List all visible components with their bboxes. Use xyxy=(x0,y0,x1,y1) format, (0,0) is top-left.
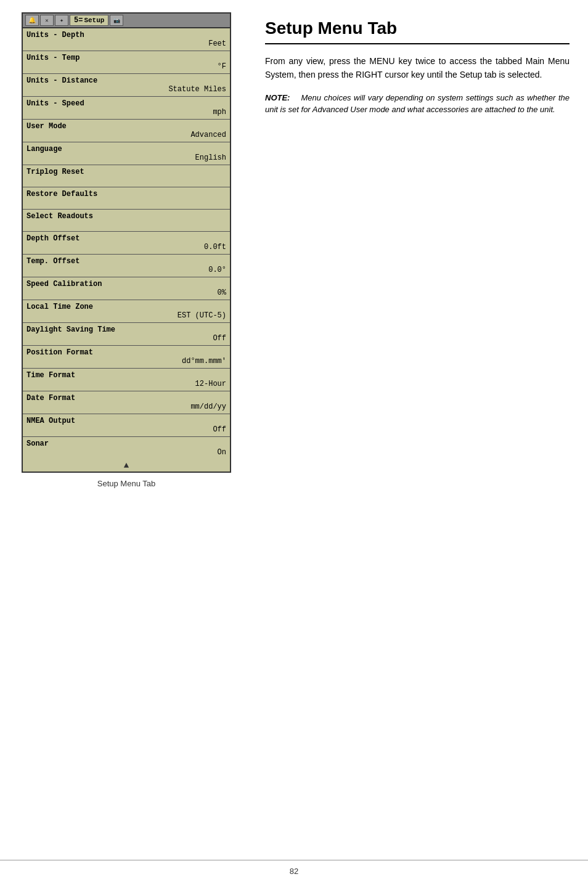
units-temp-value: °F xyxy=(27,62,226,71)
language-label: Language xyxy=(27,145,226,153)
menu-item-user-mode[interactable]: User Mode Advanced xyxy=(23,120,230,142)
device-screen: 🔔 ✕ ✦ 5= Setup 📷 Units - Depth Feet Unit… xyxy=(22,12,231,473)
menu-item-units-temp[interactable]: Units - Temp °F xyxy=(23,51,230,74)
menu-item-temp-offset[interactable]: Temp. Offset 0.0° xyxy=(23,255,230,277)
temp-offset-label: Temp. Offset xyxy=(27,257,226,266)
time-format-value: 12-Hour xyxy=(27,380,226,388)
menu-item-time-format[interactable]: Time Format 12-Hour xyxy=(23,369,230,391)
note-body: Menu choices will vary depending on syst… xyxy=(265,93,570,115)
alarm-icon[interactable]: 🔔 xyxy=(25,15,39,26)
units-speed-label: Units - Speed xyxy=(27,99,226,108)
units-distance-value: Statute Miles xyxy=(27,85,226,94)
menu-item-restore-defaults[interactable]: Restore Defaults xyxy=(23,187,230,210)
menu-item-daylight-saving[interactable]: Daylight Saving Time Off xyxy=(23,323,230,346)
menu-item-sonar[interactable]: Sonar On xyxy=(23,437,230,459)
menu-item-triplog-reset[interactable]: Triplog Reset xyxy=(23,165,230,187)
daylight-saving-label: Daylight Saving Time xyxy=(27,325,226,334)
language-value: English xyxy=(27,153,226,162)
sonar-value: On xyxy=(27,448,226,457)
page-footer: 82 xyxy=(0,860,588,882)
position-format-label: Position Format xyxy=(27,348,226,357)
menu-item-depth-offset[interactable]: Depth Offset 0.0ft xyxy=(23,232,230,255)
main-description: From any view, press the MENU key twice … xyxy=(265,54,570,82)
star-icon[interactable]: ✦ xyxy=(55,15,68,26)
nmea-output-label: NMEA Output xyxy=(27,417,226,425)
user-mode-value: Advanced xyxy=(27,131,226,139)
units-depth-value: Feet xyxy=(27,39,226,48)
triplog-reset-label: Triplog Reset xyxy=(27,168,226,176)
position-format-value: dd°mm.mmm' xyxy=(27,357,226,365)
camera-icon[interactable]: 📷 xyxy=(110,15,123,26)
menu-item-speed-calibration[interactable]: Speed Calibration 0% xyxy=(23,277,230,300)
menu-item-units-speed[interactable]: Units - Speed mph xyxy=(23,97,230,120)
time-format-label: Time Format xyxy=(27,371,226,380)
user-mode-label: User Mode xyxy=(27,122,226,131)
menu-item-language[interactable]: Language English xyxy=(23,142,230,165)
sonar-label: Sonar xyxy=(27,439,226,448)
device-caption: Setup Menu Tab xyxy=(97,479,155,488)
page-title: Setup Menu Tab xyxy=(265,18,570,44)
menu-item-local-time-zone[interactable]: Local Time Zone EST (UTC-5) xyxy=(23,300,230,323)
units-speed-value: mph xyxy=(27,108,226,116)
scroll-down-indicator[interactable]: ▲ xyxy=(23,459,230,472)
left-panel: 🔔 ✕ ✦ 5= Setup 📷 Units - Depth Feet Unit… xyxy=(12,12,240,847)
menu-item-position-format[interactable]: Position Format dd°mm.mmm' xyxy=(23,346,230,369)
units-distance-label: Units - Distance xyxy=(27,76,226,85)
date-format-value: mm/dd/yy xyxy=(27,402,226,411)
local-time-zone-value: EST (UTC-5) xyxy=(27,311,226,320)
temp-offset-value: 0.0° xyxy=(27,266,226,274)
note-paragraph: NOTE: Menu choices will vary depending o… xyxy=(265,92,570,116)
close-icon[interactable]: ✕ xyxy=(40,15,54,26)
restore-defaults-label: Restore Defaults xyxy=(27,190,226,198)
menu-list: Units - Depth Feet Units - Temp °F Units… xyxy=(23,28,230,472)
menu-item-date-format[interactable]: Date Format mm/dd/yy xyxy=(23,391,230,414)
daylight-saving-value: Off xyxy=(27,334,226,343)
date-format-label: Date Format xyxy=(27,394,226,402)
note-label: NOTE: xyxy=(265,93,290,102)
tab-bar: 🔔 ✕ ✦ 5= Setup 📷 xyxy=(23,14,230,28)
speed-calibration-label: Speed Calibration xyxy=(27,280,226,288)
menu-item-units-distance[interactable]: Units - Distance Statute Miles xyxy=(23,74,230,97)
units-temp-label: Units - Temp xyxy=(27,54,226,62)
menu-item-select-readouts[interactable]: Select Readouts xyxy=(23,210,230,232)
units-depth-label: Units - Depth xyxy=(27,31,226,39)
setup-tab[interactable]: 5= Setup xyxy=(70,15,108,26)
speed-calibration-value: 0% xyxy=(27,288,226,297)
depth-offset-value: 0.0ft xyxy=(27,243,226,251)
right-panel: Setup Menu Tab From any view, press the … xyxy=(253,12,576,847)
local-time-zone-label: Local Time Zone xyxy=(27,303,226,311)
depth-offset-label: Depth Offset xyxy=(27,234,226,243)
menu-item-nmea-output[interactable]: NMEA Output Off xyxy=(23,414,230,437)
menu-item-units-depth[interactable]: Units - Depth Feet xyxy=(23,28,230,51)
nmea-output-value: Off xyxy=(27,425,226,434)
page-number: 82 xyxy=(290,867,298,876)
select-readouts-label: Select Readouts xyxy=(27,212,226,221)
